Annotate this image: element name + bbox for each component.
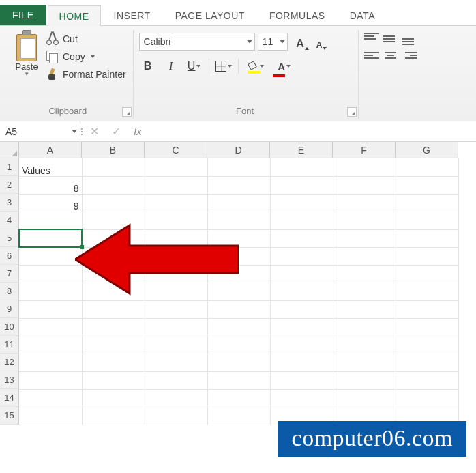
align-top-button[interactable] xyxy=(364,33,379,45)
cell[interactable] xyxy=(270,354,333,371)
cell[interactable] xyxy=(396,336,458,354)
row-header[interactable]: 12 xyxy=(0,354,19,371)
cell[interactable] xyxy=(396,300,458,318)
align-bottom-button[interactable] xyxy=(402,33,417,45)
name-box[interactable]: A5 xyxy=(0,121,80,141)
cell[interactable] xyxy=(145,212,207,229)
cell[interactable] xyxy=(145,176,207,194)
font-color-button[interactable]: A xyxy=(273,57,296,75)
cell[interactable] xyxy=(270,265,333,283)
cell[interactable] xyxy=(396,176,458,194)
cell[interactable] xyxy=(82,158,145,176)
font-dialog-launcher[interactable] xyxy=(347,107,357,117)
cell[interactable] xyxy=(19,212,82,229)
cell[interactable] xyxy=(207,212,270,229)
row-header[interactable]: 6 xyxy=(0,247,19,265)
row-header[interactable]: 8 xyxy=(0,283,19,300)
cut-button[interactable]: Cut xyxy=(46,33,126,45)
row-header[interactable]: 15 xyxy=(0,407,19,425)
cell[interactable] xyxy=(270,212,333,229)
cell[interactable]: 8 xyxy=(19,176,82,194)
borders-dropdown-icon[interactable] xyxy=(228,65,232,68)
cell[interactable] xyxy=(145,283,207,300)
cell[interactable] xyxy=(207,318,270,336)
cell[interactable] xyxy=(82,283,145,300)
copy-button[interactable]: Copy xyxy=(46,51,126,63)
cell[interactable] xyxy=(333,229,396,247)
cell[interactable] xyxy=(270,194,333,212)
font-size-combo[interactable]: 11 xyxy=(258,33,288,51)
cell[interactable] xyxy=(396,194,458,212)
cell[interactable] xyxy=(207,354,270,371)
column-header[interactable]: C xyxy=(145,142,207,158)
cell[interactable] xyxy=(145,229,207,247)
cell[interactable] xyxy=(82,212,145,229)
cell[interactable] xyxy=(145,407,207,425)
cell[interactable] xyxy=(396,212,458,229)
tab-home[interactable]: HOME xyxy=(48,5,101,26)
cell[interactable] xyxy=(145,300,207,318)
row-header[interactable]: 9 xyxy=(0,300,19,318)
cell[interactable] xyxy=(396,247,458,265)
formula-input[interactable] xyxy=(149,121,476,141)
cell[interactable] xyxy=(396,354,458,371)
cell[interactable] xyxy=(396,318,458,336)
cell[interactable] xyxy=(145,158,207,176)
fill-dropdown-icon[interactable] xyxy=(260,65,264,68)
cell[interactable] xyxy=(333,194,396,212)
cell[interactable] xyxy=(82,354,145,371)
font-name-combo[interactable]: Calibri xyxy=(139,33,255,51)
cell[interactable] xyxy=(19,247,82,265)
cell[interactable] xyxy=(207,283,270,300)
cell[interactable] xyxy=(333,318,396,336)
column-header[interactable]: G xyxy=(396,142,458,158)
row-header[interactable]: 4 xyxy=(0,212,19,229)
cell[interactable] xyxy=(270,371,333,389)
row-header[interactable]: 2 xyxy=(0,176,19,194)
select-all-corner[interactable] xyxy=(0,142,19,158)
increase-font-size-button[interactable]: A xyxy=(295,33,311,50)
insert-function-button[interactable]: fx xyxy=(127,121,149,141)
cell[interactable] xyxy=(82,265,145,283)
cell[interactable] xyxy=(82,300,145,318)
cell[interactable] xyxy=(19,300,82,318)
cell[interactable] xyxy=(333,265,396,283)
row-header[interactable]: 11 xyxy=(0,336,19,354)
cell[interactable] xyxy=(270,158,333,176)
tab-data[interactable]: DATA xyxy=(338,5,387,25)
cell[interactable] xyxy=(333,283,396,300)
tab-file[interactable]: FILE xyxy=(0,5,46,25)
cell[interactable] xyxy=(19,283,82,300)
cell[interactable] xyxy=(396,371,458,389)
row-header[interactable]: 5 xyxy=(0,229,19,247)
tab-formulas[interactable]: FORMULAS xyxy=(258,5,337,25)
cell[interactable] xyxy=(19,371,82,389)
underline-button[interactable]: U xyxy=(185,57,203,75)
cell[interactable] xyxy=(82,336,145,354)
cell[interactable] xyxy=(207,265,270,283)
cell[interactable] xyxy=(145,371,207,389)
cell[interactable] xyxy=(207,336,270,354)
cell[interactable] xyxy=(333,176,396,194)
format-painter-button[interactable]: Format Painter xyxy=(46,68,126,81)
cell[interactable] xyxy=(270,300,333,318)
cell[interactable] xyxy=(19,336,82,354)
cell[interactable] xyxy=(82,194,145,212)
cell[interactable] xyxy=(270,283,333,300)
cell[interactable] xyxy=(333,371,396,389)
column-header[interactable]: B xyxy=(82,142,145,158)
cell[interactable] xyxy=(270,176,333,194)
cell[interactable] xyxy=(270,389,333,407)
cell[interactable] xyxy=(270,229,333,247)
cell[interactable] xyxy=(82,318,145,336)
cancel-button[interactable]: ✕ xyxy=(83,121,105,141)
decrease-font-size-button[interactable]: A xyxy=(314,33,330,50)
cell[interactable]: Values xyxy=(19,158,82,176)
cell[interactable] xyxy=(19,265,82,283)
cell[interactable] xyxy=(145,194,207,212)
cell[interactable] xyxy=(82,407,145,425)
cell[interactable] xyxy=(396,283,458,300)
cell[interactable] xyxy=(19,318,82,336)
cell[interactable]: 9 xyxy=(19,194,82,212)
font-color-dropdown-icon[interactable] xyxy=(286,65,291,68)
